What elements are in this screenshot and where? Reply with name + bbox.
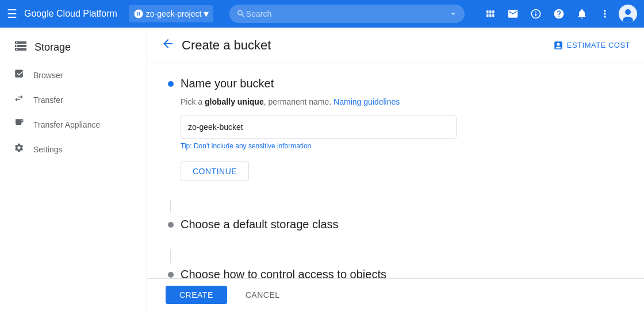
- estimate-cost-icon: [553, 40, 564, 51]
- search-bar[interactable]: [229, 5, 465, 23]
- topbar-actions: [481, 5, 637, 23]
- form-content: Name your bucket Pick a globally unique,…: [147, 63, 644, 311]
- page-header: Create a bucket ESTIMATE COST: [147, 28, 644, 63]
- support-icon[interactable]: [527, 5, 545, 23]
- bucket-name-input[interactable]: [181, 116, 457, 139]
- grid-icon[interactable]: [481, 5, 499, 23]
- step-name-header: Name your bucket: [166, 77, 626, 90]
- transfer-icon: [14, 93, 24, 106]
- sidebar-item-label: Transfer: [33, 95, 63, 105]
- sidebar-item-label: Settings: [33, 145, 63, 154]
- topbar: ☰ Google Cloud Platform zo-geek-project …: [0, 0, 644, 28]
- sidebar-item-label: Transfer Appliance: [33, 120, 100, 129]
- appliance-icon: [14, 118, 24, 131]
- svg-point-1: [625, 9, 631, 15]
- project-selector[interactable]: zo-geek-project ▾: [129, 5, 214, 22]
- browser-icon: [14, 68, 24, 82]
- desc-bold: globally unique: [205, 97, 264, 106]
- logo-text: Google Cloud Platform: [24, 9, 117, 19]
- topbar-logo: Google Cloud Platform: [24, 9, 117, 19]
- sidebar-item-settings[interactable]: Settings: [0, 137, 147, 162]
- naming-guidelines-link[interactable]: Naming guidelines: [334, 97, 400, 106]
- step-storage-class-title: Choose a default storage class: [181, 218, 339, 231]
- email-icon[interactable]: [504, 5, 522, 23]
- step-separator-2: [170, 199, 171, 213]
- desc-suffix: , permanent name.: [264, 97, 334, 106]
- help-icon[interactable]: [550, 5, 568, 23]
- more-icon[interactable]: [596, 5, 614, 23]
- step-bullet-inactive: [168, 272, 174, 278]
- back-button[interactable]: [161, 37, 175, 53]
- step-name: Name your bucket Pick a globally unique,…: [166, 77, 626, 181]
- project-name: zo-geek-project: [146, 9, 202, 18]
- sidebar: Storage Browser Transfer Transfer Applia…: [0, 28, 147, 311]
- page-title: Create a bucket: [182, 38, 271, 53]
- storage-icon: [14, 39, 28, 56]
- chevron-down-icon: ▾: [204, 7, 209, 20]
- cancel-button[interactable]: CANCEL: [236, 286, 289, 304]
- sidebar-title: Storage: [34, 41, 71, 53]
- project-icon: [133, 9, 144, 19]
- sidebar-item-transfer-appliance[interactable]: Transfer Appliance: [0, 112, 147, 137]
- notification-icon[interactable]: [573, 5, 591, 23]
- avatar[interactable]: [619, 5, 637, 23]
- search-icon: [236, 9, 246, 19]
- main-content: Create a bucket ESTIMATE COST Name your …: [147, 28, 644, 311]
- bottom-actions: CREATE CANCEL: [147, 278, 644, 311]
- step-name-body: Pick a globally unique, permanent name. …: [181, 97, 626, 181]
- tip-text: Tip: Don't include any sensitive informa…: [181, 142, 626, 150]
- page-header-left: Create a bucket: [161, 37, 271, 53]
- menu-icon[interactable]: ☰: [7, 7, 17, 21]
- search-dropdown-icon[interactable]: [448, 9, 458, 19]
- sidebar-item-transfer[interactable]: Transfer: [0, 87, 147, 112]
- create-button[interactable]: CREATE: [166, 286, 227, 304]
- step-name-description: Pick a globally unique, permanent name. …: [181, 97, 626, 106]
- continue-button[interactable]: CONTINUE: [181, 162, 249, 181]
- step-bullet-active: [168, 81, 174, 87]
- estimate-cost-button[interactable]: ESTIMATE COST: [553, 40, 630, 51]
- estimate-cost-label: ESTIMATE COST: [567, 41, 630, 49]
- settings-icon: [14, 143, 24, 156]
- step-separator-3: [170, 249, 171, 263]
- sidebar-item-label: Browser: [33, 71, 63, 80]
- sidebar-item-browser[interactable]: Browser: [0, 63, 147, 87]
- step-bullet-inactive: [168, 222, 174, 228]
- step-storage-class: Choose a default storage class: [166, 218, 626, 231]
- search-input[interactable]: [246, 9, 448, 18]
- sidebar-header: Storage: [0, 32, 147, 63]
- layout: Storage Browser Transfer Transfer Applia…: [0, 28, 644, 311]
- step-storage-class-header: Choose a default storage class: [166, 218, 626, 231]
- step-name-title: Name your bucket: [181, 77, 274, 90]
- desc-prefix: Pick a: [181, 97, 205, 106]
